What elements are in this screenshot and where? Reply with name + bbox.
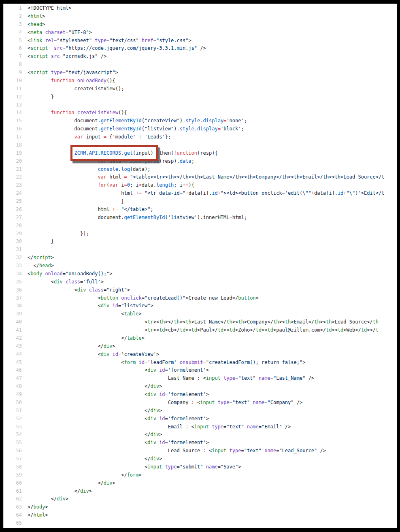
code-line: 63</body> — [4, 503, 397, 511]
code-text: document.getElementById('listview').inne… — [28, 214, 247, 222]
code-line: 38 <div id="listview"> — [4, 302, 397, 310]
code-line: 6<script src="https://code.jquery.com/jq… — [4, 45, 397, 53]
code-line: 14 function createListView(){ — [4, 109, 397, 117]
code-text: Company : <input type="text" name="Compa… — [28, 399, 302, 407]
code-text: </div> — [28, 455, 162, 463]
code-text: <!DOCTYPE html> — [28, 4, 71, 13]
code-text: </table> — [28, 334, 145, 343]
code-line: 62 </div> — [4, 495, 397, 503]
code-text: <script src="zcrmsdk.js" /> — [28, 53, 106, 61]
code-text: <table> — [28, 310, 142, 318]
line-number: 24 — [4, 189, 22, 198]
code-text: <button onclick="createLead()">Create ne… — [28, 294, 259, 302]
code-line: 64</html> — [4, 511, 397, 519]
code-text: createListView(); — [28, 85, 124, 93]
code-line: 13 — [4, 101, 397, 109]
code-text: console.log(data); — [28, 166, 150, 174]
code-line: 15 document.getElementById("createView")… — [4, 117, 397, 125]
code-line: 31 — [4, 246, 397, 254]
code-line: 47 Last Name : <input type="text" name="… — [4, 375, 397, 383]
annotation-box — [70, 145, 158, 161]
line-number: 33 — [4, 262, 22, 270]
code-line: 18 — [4, 141, 397, 149]
code-text: <script src="https://code.jquery.com/jqu… — [28, 45, 206, 53]
code-line: 61 </div> — [4, 487, 397, 496]
code-text: Lead Source : <input type="text" name="L… — [28, 447, 326, 455]
line-number: 52 — [4, 415, 22, 423]
code-line: 54 </div> — [4, 431, 397, 439]
code-line: 9<script type="text/javascript"> — [4, 69, 397, 77]
line-number: 60 — [4, 479, 22, 487]
code-text: <div id='createView'> — [28, 351, 159, 359]
line-number: 59 — [4, 471, 22, 479]
code-text: </html> — [28, 511, 48, 519]
line-number: 56 — [4, 447, 22, 455]
line-number: 11 — [4, 85, 22, 93]
line-number: 12 — [4, 93, 22, 101]
line-number: 22 — [4, 173, 22, 181]
code-text: html += "</table>"; — [28, 206, 153, 214]
code-line: 49 <div id='formelement'> — [4, 391, 397, 399]
line-number: 4 — [4, 29, 22, 37]
code-line: 46 <div id='formelement'> — [4, 366, 397, 375]
line-number: 39 — [4, 310, 22, 318]
code-text: </div> — [28, 383, 162, 391]
code-line: 51 </div> — [4, 407, 397, 415]
line-number: 58 — [4, 463, 22, 471]
code-line: 23 for(var i=0; i<data.length; i++){ — [4, 181, 397, 189]
code-line: 56 Lead Source : <input type="text" name… — [4, 447, 397, 455]
line-number: 21 — [4, 166, 22, 174]
line-number: 62 — [4, 495, 22, 503]
code-area[interactable]: 1<!DOCTYPE html>2<html>3<head>4<meta cha… — [4, 4, 397, 528]
code-text: document.getElementById("listview").styl… — [28, 125, 244, 133]
code-line: 30 } — [4, 238, 397, 246]
code-line: 4<meta charset="UTF-8"> — [4, 29, 397, 37]
code-line: 26 html += "</table>"; — [4, 206, 397, 214]
code-line: 29 }); — [4, 230, 397, 238]
code-text: </head> — [28, 262, 54, 270]
code-line: 11 createListView(); — [4, 85, 397, 93]
line-number: 45 — [4, 359, 22, 367]
code-text: <input type="submit" name="Save"> — [28, 463, 241, 471]
code-line: 3<head> — [4, 21, 397, 29]
code-text: function onLoadBody(){ — [28, 77, 115, 85]
line-number: 36 — [4, 286, 22, 294]
code-line: 7<script src="zcrmsdk.js" /> — [4, 53, 397, 61]
code-line: 27 document.getElementById('listview').i… — [4, 214, 397, 222]
code-text: </body> — [28, 503, 48, 511]
line-number: 10 — [4, 77, 22, 85]
line-number: 55 — [4, 439, 22, 447]
line-number: 50 — [4, 399, 22, 407]
code-line: 65 — [4, 519, 397, 528]
code-text: <form id='leadForm' onsubmit="createLead… — [28, 359, 305, 367]
code-line: 8 — [4, 61, 397, 69]
code-text: <div id='formelement'> — [28, 415, 209, 423]
code-text: <div id='formelement'> — [28, 439, 209, 447]
line-number: 6 — [4, 45, 22, 53]
code-text: Last Name : <input type="text" name="Las… — [28, 375, 314, 383]
line-number: 30 — [4, 238, 22, 246]
line-number: 32 — [4, 254, 22, 262]
code-line: 25 } — [4, 198, 397, 206]
code-text: </div> — [28, 495, 68, 503]
code-line: 50 Company : <input type="text" name="Co… — [4, 399, 397, 407]
code-text: <div id="listview"> — [28, 302, 153, 310]
code-text: var html = "<table><tr><th></th><th>Last… — [28, 173, 384, 181]
line-number: 28 — [4, 222, 22, 230]
code-line: 45 <form id='leadForm' onsubmit="createL… — [4, 359, 397, 367]
code-line: 19 ZCRM.API.RECORDS.get(input) then(func… — [4, 149, 397, 157]
code-text: Email : <input type="text" name="Email" … — [28, 423, 291, 431]
code-line: 34<body onload="onLoadBody();"> — [4, 270, 397, 278]
line-number: 34 — [4, 270, 22, 278]
code-text: <html> — [28, 13, 45, 21]
line-number: 7 — [4, 53, 22, 61]
line-number: 2 — [4, 13, 22, 21]
code-text: </form> — [28, 471, 142, 479]
code-line: 33 </head> — [4, 262, 397, 270]
line-number: 49 — [4, 391, 22, 399]
code-line: 16 document.getElementById("listview").s… — [4, 125, 397, 133]
code-text: </div> — [28, 487, 92, 496]
code-line: 21 console.log(data); — [4, 166, 397, 174]
line-number: 38 — [4, 302, 22, 310]
code-line: 52 <div id='formelement'> — [4, 415, 397, 423]
